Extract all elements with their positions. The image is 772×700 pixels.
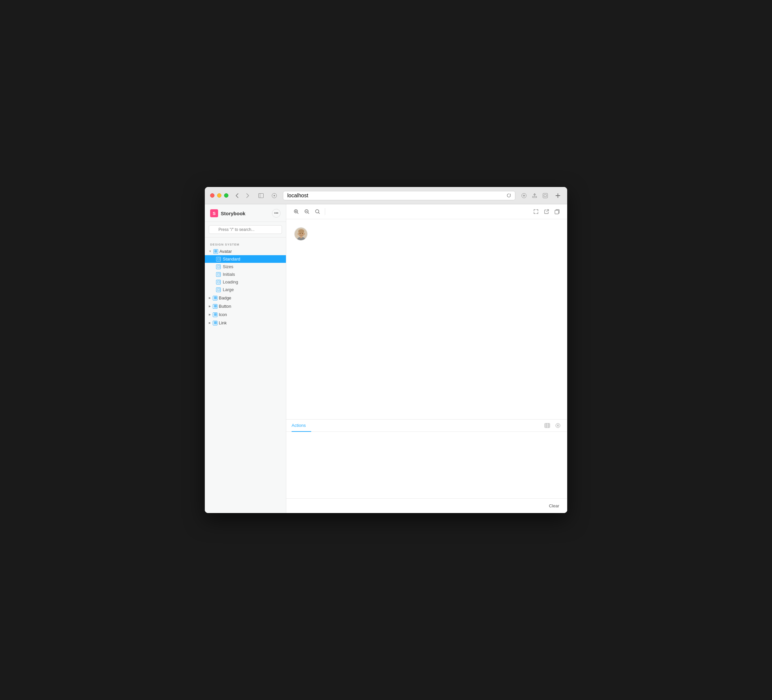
search-input[interactable] — [209, 225, 282, 234]
svg-point-19 — [301, 234, 301, 235]
arrow-right-icon-button: ▶ — [209, 305, 211, 308]
nav-item-initials-label: Initials — [223, 272, 235, 277]
actions-tab-list: Actions — [291, 420, 311, 431]
search-box: 🔍 — [205, 222, 286, 238]
zoom-out-button[interactable] — [302, 207, 312, 216]
arrow-right-icon-icon: ▶ — [209, 313, 211, 316]
svg-point-3 — [274, 195, 275, 196]
sidebar: S Storybook ••• 🔍 DESIGN SYSTEM — [205, 204, 286, 513]
app-content: S Storybook ••• 🔍 DESIGN SYSTEM — [205, 204, 567, 513]
actions-tab[interactable]: Actions — [291, 420, 311, 432]
sidebar-toggle-button[interactable] — [256, 191, 266, 200]
nav-group-button: ▶ ⊞ Button — [205, 302, 286, 310]
new-tab-button[interactable] — [541, 191, 550, 200]
preview-canvas — [286, 219, 567, 419]
nav-group-badge: ▶ ⊞ Badge — [205, 294, 286, 302]
maximize-traffic-light[interactable] — [224, 193, 228, 198]
search-wrapper: 🔍 — [209, 225, 282, 234]
download-button[interactable] — [519, 191, 528, 200]
storybook-logo: S Storybook — [210, 209, 245, 217]
sidebar-header: S Storybook ••• — [205, 204, 286, 222]
actions-body — [286, 432, 567, 498]
nav-group-avatar: ▼ ⊞ Avatar ⊡ Standard ⊡ Sizes — [205, 248, 286, 293]
story-icon-large: ⊡ — [216, 287, 221, 292]
svg-rect-6 — [543, 193, 548, 198]
share-button[interactable] — [530, 191, 539, 200]
svg-point-14 — [298, 229, 304, 233]
nav-group-link-header[interactable]: ▶ ⊞ Link — [205, 319, 286, 327]
back-button[interactable] — [232, 191, 242, 200]
browser-window: localhost — [205, 187, 567, 513]
nav-item-sizes-label: Sizes — [223, 264, 233, 269]
arrow-down-icon: ▼ — [209, 250, 211, 253]
storybook-logo-letter: S — [213, 211, 216, 216]
bottom-bar: Clear — [286, 498, 567, 513]
minimize-traffic-light[interactable] — [217, 193, 221, 198]
nav-group-avatar-header[interactable]: ▼ ⊞ Avatar — [205, 248, 286, 255]
zoom-in-button[interactable] — [291, 207, 301, 216]
svg-rect-7 — [544, 195, 546, 197]
nav-item-loading-label: Loading — [223, 279, 238, 284]
traffic-lights — [210, 193, 228, 198]
preview-toolbar-left — [291, 207, 327, 216]
nav-item-sizes[interactable]: ⊡ Sizes — [205, 263, 286, 270]
component-icon-badge: ⊞ — [213, 296, 218, 300]
close-traffic-light[interactable] — [210, 193, 214, 198]
svg-rect-0 — [258, 193, 263, 198]
forward-button[interactable] — [243, 191, 252, 200]
more-options-button[interactable]: ••• — [272, 209, 281, 218]
svg-point-10 — [316, 210, 319, 213]
address-bar[interactable]: localhost — [283, 191, 515, 200]
nav-item-standard[interactable]: ⊡ Standard — [205, 255, 286, 263]
zoom-reset-button[interactable] — [313, 207, 322, 216]
nav-item-standard-label: Standard — [223, 256, 240, 262]
nav-item-large-label: Large — [223, 287, 234, 292]
storybook-name: Storybook — [221, 211, 245, 216]
toolbar-divider — [325, 208, 325, 215]
nav-group-icon-header[interactable]: ▶ ⊞ Icon — [205, 311, 286, 318]
svg-rect-5 — [533, 196, 536, 198]
main-content: Actions — [286, 204, 567, 513]
actions-tabs: Actions — [286, 420, 567, 432]
url-text: localhost — [287, 193, 308, 198]
nav-item-large[interactable]: ⊡ Large — [205, 286, 286, 293]
nav-group-badge-header[interactable]: ▶ ⊞ Badge — [205, 294, 286, 302]
component-icon-button: ⊞ — [213, 304, 218, 309]
nav-group-avatar-label: Avatar — [219, 249, 232, 254]
close-panel-button[interactable] — [554, 421, 562, 430]
svg-point-16 — [304, 233, 305, 235]
actions-panel: Actions — [286, 419, 567, 498]
arrow-right-icon-link: ▶ — [209, 321, 211, 325]
nav-group-icon-label: Icon — [219, 312, 227, 317]
arrow-right-icon-badge: ▶ — [209, 297, 211, 300]
clear-button[interactable]: Clear — [546, 502, 562, 510]
component-icon: ⊞ — [213, 249, 218, 254]
avatar-preview — [294, 227, 307, 241]
nav-group-link-label: Link — [219, 320, 227, 325]
browser-actions — [519, 191, 550, 200]
sidebar-nav: DESIGN SYSTEM ▼ ⊞ Avatar ⊡ Standard — [205, 238, 286, 513]
reader-button[interactable] — [270, 191, 279, 200]
preview-toolbar-right — [531, 207, 562, 216]
story-icon-sizes: ⊡ — [216, 264, 221, 269]
new-window-button[interactable] — [554, 192, 562, 200]
open-new-button[interactable] — [542, 207, 551, 216]
preview-toolbar — [286, 204, 567, 219]
actions-tab-controls — [543, 421, 562, 430]
story-icon-initials: ⊡ — [216, 272, 221, 277]
refresh-button[interactable] — [507, 193, 511, 198]
preview-area: Actions — [286, 219, 567, 498]
nav-item-initials[interactable]: ⊡ Initials — [205, 270, 286, 278]
nav-group-link: ▶ ⊞ Link — [205, 319, 286, 327]
browser-chrome: localhost — [205, 187, 567, 204]
grid-view-button[interactable] — [543, 421, 551, 430]
copy-button[interactable] — [553, 207, 562, 216]
nav-group-icon: ▶ ⊞ Icon — [205, 311, 286, 318]
svg-point-18 — [302, 233, 303, 234]
storybook-icon: S — [210, 209, 218, 217]
nav-group-button-header[interactable]: ▶ ⊞ Button — [205, 302, 286, 310]
nav-item-loading[interactable]: ⊡ Loading — [205, 278, 286, 286]
fullscreen-button[interactable] — [531, 207, 541, 216]
story-icon-loading: ⊡ — [216, 280, 221, 284]
svg-rect-22 — [545, 423, 550, 428]
